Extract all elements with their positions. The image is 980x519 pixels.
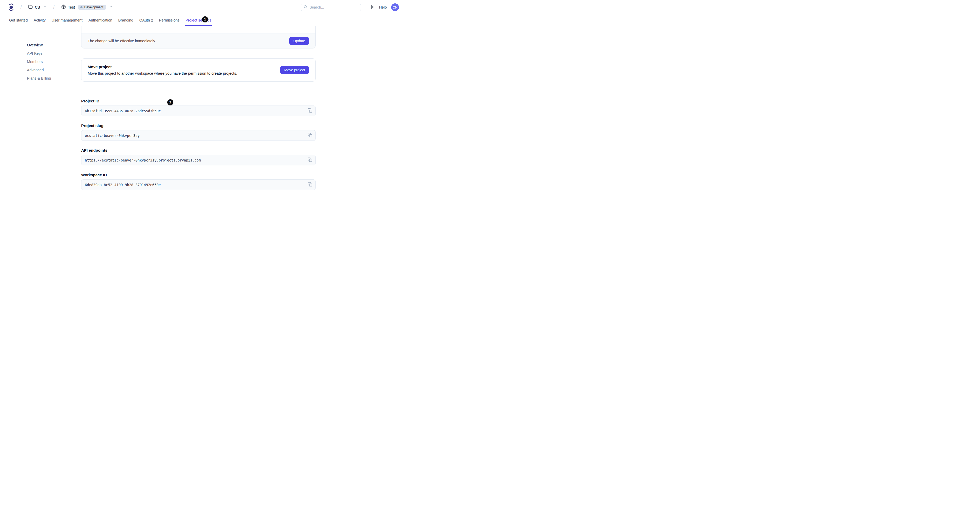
field-value: https://ecstatic-beaver-0hkvpcr3sy.proje… <box>85 158 201 162</box>
tab-user-management[interactable]: User management <box>51 14 83 26</box>
search-icon <box>304 5 307 10</box>
move-project-button[interactable]: Move project <box>280 66 309 74</box>
card-body-clipped <box>81 26 315 33</box>
update-message: The change will be effective immediately <box>88 39 155 43</box>
top-bar: / CB / Test Development <box>0 0 407 14</box>
run-button[interactable] <box>369 4 375 11</box>
field-value: 4b13df9d-3555-4485-a62a-2adc55d7b50c <box>85 109 161 113</box>
chevron-down-icon <box>43 5 47 10</box>
ory-logo-icon[interactable] <box>9 3 14 11</box>
field-project-slug: Project slug ecstatic-beaver-0hkvpcr3sy <box>81 124 316 141</box>
field-value-box: ecstatic-beaver-0hkvpcr3sy <box>81 130 316 141</box>
tab-permissions[interactable]: Permissions <box>159 14 180 26</box>
field-value: ecstatic-beaver-0hkvpcr3sy <box>85 133 140 138</box>
user-avatar[interactable]: CN <box>391 3 399 11</box>
field-value-box: 4b13df9d-3555-4485-a62a-2adc55d7b50c <box>81 106 316 116</box>
search-input[interactable] <box>309 5 358 10</box>
play-icon <box>370 5 374 10</box>
update-button[interactable]: Update <box>289 37 309 45</box>
field-api-endpoints: API endpoints https://ecstatic-beaver-0h… <box>81 148 316 165</box>
copy-icon <box>308 108 312 114</box>
environment-dot-icon <box>80 6 83 8</box>
copy-icon <box>308 157 312 163</box>
field-value: 6de839da-8c52-4109-9b28-3791492e650e <box>85 183 161 187</box>
project-crumb[interactable]: Test Development <box>61 5 113 10</box>
field-workspace-id: Workspace ID 6de839da-8c52-4109-9b28-379… <box>81 173 316 190</box>
workspace-name: CB <box>35 5 40 10</box>
project-settings-page: / CB / Test Development <box>0 0 407 216</box>
search-box <box>301 4 361 11</box>
tab-get-started[interactable]: Get started <box>9 14 28 26</box>
move-project-text: Move project Move this project to anothe… <box>88 65 237 75</box>
annotation-badge-2: 2 <box>167 99 173 105</box>
update-card-footer: The change will be effective immediately… <box>81 33 315 48</box>
project-name: Test <box>68 5 75 10</box>
tab-oauth2[interactable]: OAuth 2 <box>139 14 154 26</box>
sidebar-item-overview[interactable]: Overview <box>27 43 81 48</box>
update-notice-card: The change will be effective immediately… <box>81 26 316 48</box>
copy-button[interactable] <box>307 108 313 114</box>
workspace-crumb[interactable]: CB <box>28 5 46 10</box>
field-label: Project slug <box>81 124 316 128</box>
tab-activity[interactable]: Activity <box>33 14 46 26</box>
tab-authentication[interactable]: Authentication <box>88 14 113 26</box>
main-area: Overview API Keys Members Advanced Plans… <box>0 26 407 190</box>
copy-icon <box>308 133 312 138</box>
sidebar-item-plans-billing[interactable]: Plans & Billing <box>27 76 81 81</box>
package-icon <box>61 5 66 10</box>
copy-icon <box>308 182 312 187</box>
field-value-box: 6de839da-8c52-4109-9b28-3791492e650e <box>81 179 316 190</box>
tab-branding[interactable]: Branding <box>118 14 134 26</box>
field-label: API endpoints <box>81 148 316 152</box>
copy-button[interactable] <box>307 132 313 139</box>
move-project-card: Move project Move this project to anothe… <box>81 58 316 82</box>
top-bar-actions: Help CN <box>301 3 399 11</box>
annotation-badge-1: 1 <box>202 16 208 22</box>
sidebar-item-api-keys[interactable]: API Keys <box>27 51 81 56</box>
breadcrumb-separator: / <box>21 5 22 10</box>
field-label: Project ID <box>81 99 316 103</box>
breadcrumb: / CB / Test Development <box>9 3 113 11</box>
breadcrumb-separator: / <box>53 5 54 10</box>
settings-content: The change will be effective immediately… <box>81 26 316 190</box>
environment-label: Development <box>84 5 103 9</box>
sidebar-item-members[interactable]: Members <box>27 60 81 64</box>
copy-button[interactable] <box>307 182 313 188</box>
field-label: Workspace ID <box>81 173 316 177</box>
help-link[interactable]: Help <box>379 5 387 10</box>
copy-button[interactable] <box>307 157 313 163</box>
chevron-down-icon <box>109 5 113 10</box>
field-value-box: https://ecstatic-beaver-0hkvpcr3sy.proje… <box>81 155 316 165</box>
environment-badge: Development <box>78 5 107 10</box>
field-project-id: Project ID 4b13df9d-3555-4485-a62a-2adc5… <box>81 99 316 116</box>
move-project-description: Move this project to another workspace w… <box>88 71 237 75</box>
settings-sidebar: Overview API Keys Members Advanced Plans… <box>0 26 81 81</box>
sidebar-item-advanced[interactable]: Advanced <box>27 68 81 72</box>
move-project-title: Move project <box>88 65 237 69</box>
folder-icon <box>28 5 33 10</box>
